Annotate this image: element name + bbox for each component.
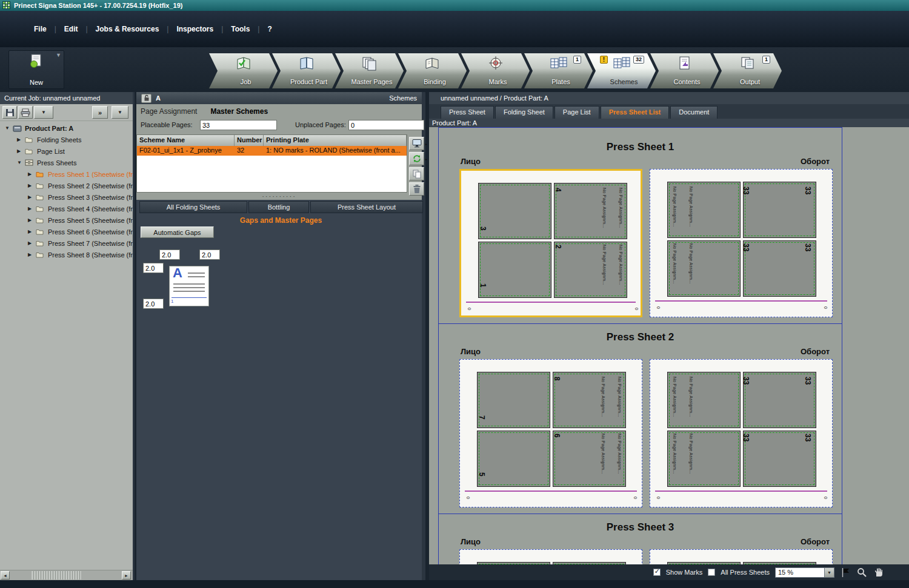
placeable-pages-field[interactable]	[200, 120, 277, 130]
press-sheet-front[interactable]: 4321No Page Assignm...No Page Assignm...…	[459, 169, 642, 317]
automatic-gaps-button[interactable]: Automatic Gaps	[141, 226, 214, 238]
refresh-scheme-button[interactable]: ▸	[409, 152, 424, 165]
tab-press-sheet[interactable]: Press Sheet	[441, 106, 494, 119]
gap-top-right-field[interactable]	[199, 249, 220, 260]
tab-page-list[interactable]: Page List	[554, 106, 599, 119]
scrollbar-thumb[interactable]	[32, 571, 81, 580]
collapse-all-button[interactable]: ▼	[112, 106, 128, 119]
horizontal-scrollbar[interactable]: ◄ ►	[0, 570, 133, 580]
lock-button[interactable]	[141, 94, 152, 103]
panel-splitter-handle[interactable]: ··········	[136, 194, 422, 199]
expander-icon[interactable]: ▶	[28, 240, 36, 246]
scroll-left-button[interactable]: ◄	[1, 571, 10, 580]
menu-edit[interactable]: Edit	[64, 25, 78, 33]
tree-item-press-sheet-4[interactable]: ▶ Press Sheet 4 (Sheetwise (fr	[0, 203, 133, 214]
press-sheet-back[interactable]: 33333333No Page Assignm...No Page Assign…	[650, 359, 833, 507]
side-caret-icon[interactable]: ▸	[425, 157, 427, 161]
expander-icon[interactable]: ▶	[28, 217, 36, 223]
flag-tool-button[interactable]	[840, 567, 851, 578]
expander-icon[interactable]: ▶	[28, 229, 36, 234]
zoom-tool-button[interactable]	[856, 567, 867, 578]
tree-item-press-sheet-3[interactable]: ▶ Press Sheet 3 (Sheetwise (fr	[0, 191, 133, 203]
view-options-button[interactable]: ▼	[34, 106, 53, 119]
expander-icon[interactable]: ▶	[28, 252, 36, 257]
master-page-preview[interactable]: A 1	[169, 266, 209, 306]
press-sheet-back[interactable]: 33333333No Page Assignm...No Page Assign…	[650, 169, 833, 317]
gap-left-field[interactable]	[143, 263, 164, 273]
press-sheet-layout-button[interactable]: Press Sheet Layout	[310, 201, 423, 213]
workflow-step-marks[interactable]: Marks	[461, 53, 530, 88]
gap-top-left-field[interactable]	[159, 249, 180, 260]
press-sheet-front[interactable]: 1211109No Page Assignm...No Page Assignm…	[459, 549, 642, 564]
bottling-button[interactable]: Bottling	[248, 201, 309, 213]
imposed-page[interactable]	[477, 431, 550, 487]
tree-item-press-sheet-5[interactable]: ▶ Press Sheet 5 (Sheetwise (fr	[0, 214, 133, 226]
tree-item-product-part[interactable]: ▼ Product Part: A	[0, 122, 133, 134]
imposed-page[interactable]	[667, 372, 741, 428]
all-folding-sheets-button[interactable]: All Folding Sheets	[139, 201, 247, 213]
pan-tool-button[interactable]	[873, 567, 884, 578]
expander-icon[interactable]: ▶	[28, 183, 36, 188]
workflow-step-plates[interactable]: 1 Plates	[524, 53, 593, 88]
expander-icon[interactable]: ▼	[5, 125, 13, 131]
tree-item-press-sheet-7[interactable]: ▶ Press Sheet 7 (Sheetwise (fr	[0, 237, 133, 249]
tab-press-sheet-list[interactable]: Press Sheet List	[601, 106, 670, 119]
zoom-dropdown-caret-icon[interactable]: ▼	[824, 568, 834, 577]
workflow-step-master-pages[interactable]: Master Pages	[335, 53, 404, 88]
imposed-page[interactable]	[553, 431, 626, 487]
side-caret-icon[interactable]: ▸	[425, 142, 427, 146]
tree-item-press-sheet-8[interactable]: ▶ Press Sheet 8 (Sheetwise (fr	[0, 249, 133, 260]
workflow-step-schemes[interactable]: ! 32 Schemes	[587, 53, 656, 88]
menu-help[interactable]: ?	[267, 25, 271, 33]
tab-page-assignment[interactable]: Page Assignment	[141, 107, 197, 116]
expander-icon[interactable]: ▶	[28, 194, 36, 200]
tree-item-press-sheets[interactable]: ▼ Press Sheets	[0, 157, 133, 168]
workflow-step-output[interactable]: 1 Output	[713, 53, 782, 88]
tab-master-schemes[interactable]: Master Schemes	[210, 107, 268, 116]
imposed-page[interactable]	[667, 182, 741, 238]
expander-icon[interactable]: ▼	[17, 160, 25, 165]
imposed-page[interactable]	[554, 242, 627, 298]
column-number[interactable]: Number	[235, 135, 264, 146]
preview-scheme-button[interactable]: ▸	[409, 137, 424, 150]
column-scheme-name[interactable]: Scheme Name	[137, 135, 235, 146]
expander-icon[interactable]: ▶	[28, 171, 36, 177]
expander-icon[interactable]: ▶	[17, 137, 25, 142]
imposed-page[interactable]	[667, 240, 741, 297]
imposed-page[interactable]	[478, 242, 551, 298]
tree-item-press-sheet-2[interactable]: ▶ Press Sheet 2 (Sheetwise (fr	[0, 180, 133, 191]
gap-bottom-field[interactable]	[143, 299, 164, 309]
press-sheet-front[interactable]: 8765No Page Assignm...No Page Assignm...…	[459, 359, 642, 507]
expand-all-button[interactable]: »	[92, 106, 108, 119]
tree-item-press-sheet-1[interactable]: ▶ Press Sheet 1 (Sheetwise (fr	[0, 168, 133, 180]
tab-folding-sheet[interactable]: Folding Sheet	[495, 106, 553, 119]
show-marks-checkbox[interactable]: ✓	[653, 569, 661, 576]
scroll-right-button[interactable]: ►	[122, 571, 131, 580]
expander-icon[interactable]: ▶	[28, 206, 36, 211]
workflow-step-binding[interactable]: Binding	[398, 53, 467, 88]
imposed-page[interactable]	[667, 431, 741, 487]
new-dropdown-caret-icon[interactable]: ▼	[56, 52, 61, 58]
menu-jobs-resources[interactable]: Jobs & Resources	[96, 25, 159, 33]
workflow-step-job[interactable]: Job	[209, 53, 278, 88]
imposed-page[interactable]	[478, 183, 551, 239]
expander-icon[interactable]: ▶	[17, 148, 25, 154]
menu-tools[interactable]: Tools	[231, 25, 250, 33]
tree-item-folding-sheets[interactable]: ▶ Folding Sheets	[0, 134, 133, 145]
imposed-page[interactable]	[554, 183, 627, 239]
imposed-page[interactable]	[477, 372, 550, 428]
save-button[interactable]	[2, 106, 17, 119]
workflow-step-contents[interactable]: Contents	[650, 53, 719, 88]
press-sheet-back[interactable]: 33333333No Page Assignm...No Page Assign…	[650, 549, 833, 564]
menu-file[interactable]: File	[34, 25, 47, 33]
print-button[interactable]	[18, 106, 33, 119]
workflow-step-product-part[interactable]: Product Part	[272, 53, 341, 88]
tree-item-page-list[interactable]: ▶ Page List	[0, 145, 133, 157]
all-press-sheets-checkbox[interactable]	[708, 569, 715, 576]
column-printing-plate[interactable]: Printing Plate	[264, 135, 407, 146]
imposed-page[interactable]	[553, 372, 626, 428]
zoom-select[interactable]: 15 % ▼	[775, 567, 834, 578]
duplicate-scheme-button[interactable]	[409, 167, 424, 180]
tree-item-press-sheet-6[interactable]: ▶ Press Sheet 6 (Sheetwise (fr	[0, 226, 133, 237]
tab-document[interactable]: Document	[670, 106, 718, 119]
